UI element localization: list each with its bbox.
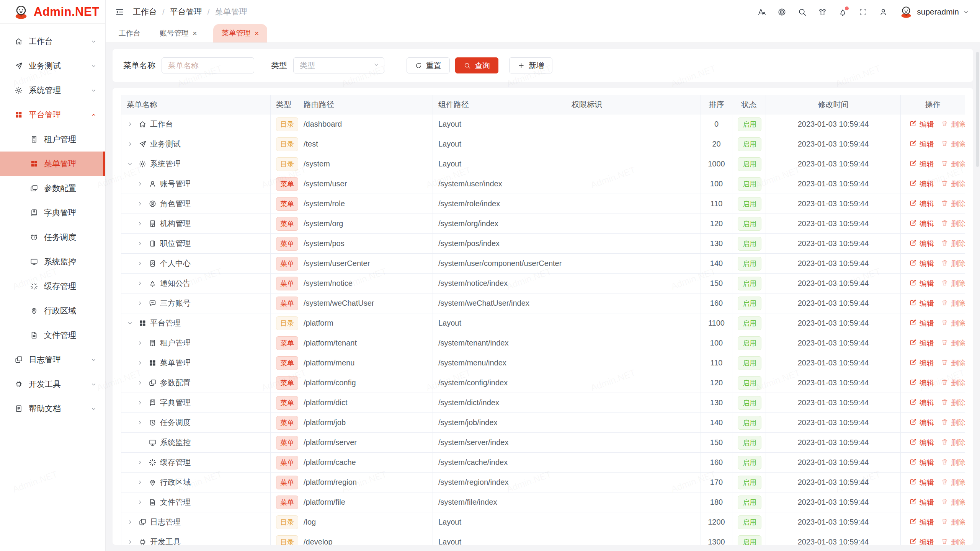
table-row[interactable]: 系统管理目录/systemLayout1000启用2023-01-03 10:5…: [121, 154, 965, 174]
edit-button[interactable]: 编辑: [910, 259, 934, 269]
delete-button[interactable]: 删除: [941, 438, 965, 448]
sidebar-item[interactable]: 系统管理: [0, 78, 105, 103]
sidebar-item[interactable]: 菜单管理: [0, 152, 105, 176]
table-row[interactable]: 系统监控菜单/platform/server/system/server/ind…: [121, 433, 965, 453]
table-row[interactable]: 通知公告菜单/system/notice/system/notice/index…: [121, 274, 965, 293]
language-icon[interactable]: [777, 8, 786, 16]
table-row[interactable]: 文件管理菜单/platform/file/system/file/index18…: [121, 492, 965, 512]
expand-icon[interactable]: [137, 479, 145, 486]
expand-icon[interactable]: [137, 360, 145, 366]
sidebar-item[interactable]: 平台管理: [0, 103, 105, 127]
table-row[interactable]: 字典管理菜单/platform/dict/system/dict/index13…: [121, 393, 965, 413]
sidebar-item[interactable]: 文件管理: [0, 323, 105, 347]
expand-icon[interactable]: [137, 340, 145, 346]
sidebar-item[interactable]: 工作台: [0, 29, 105, 54]
edit-button[interactable]: 编辑: [910, 478, 934, 487]
sidebar-item[interactable]: 字典管理: [0, 201, 105, 225]
table-row[interactable]: 平台管理目录/platformLayout1100启用2023-01-03 10…: [121, 313, 965, 333]
table-row[interactable]: 行政区域菜单/platform/region/system/region/ind…: [121, 473, 965, 492]
expand-icon[interactable]: [137, 399, 145, 406]
theme-icon[interactable]: [818, 8, 827, 16]
delete-button[interactable]: 删除: [941, 179, 965, 189]
delete-button[interactable]: 删除: [941, 398, 965, 408]
table-row[interactable]: 三方账号菜单/system/weChatUser/system/weChatUs…: [121, 293, 965, 313]
delete-button[interactable]: 删除: [941, 378, 965, 388]
delete-button[interactable]: 删除: [941, 119, 965, 129]
edit-button[interactable]: 编辑: [910, 139, 934, 149]
table-row[interactable]: 机构管理菜单/system/org/system/org/index120启用2…: [121, 214, 965, 234]
edit-button[interactable]: 编辑: [910, 358, 934, 368]
font-size-icon[interactable]: [757, 8, 766, 16]
edit-button[interactable]: 编辑: [910, 438, 934, 448]
edit-button[interactable]: 编辑: [910, 497, 934, 507]
edit-button[interactable]: 编辑: [910, 318, 934, 328]
edit-button[interactable]: 编辑: [910, 199, 934, 209]
edit-button[interactable]: 编辑: [910, 119, 934, 129]
delete-button[interactable]: 删除: [941, 358, 965, 368]
expand-icon[interactable]: [127, 141, 135, 147]
page-scrollbar[interactable]: [976, 25, 979, 551]
edit-button[interactable]: 编辑: [910, 418, 934, 428]
delete-button[interactable]: 删除: [941, 159, 965, 169]
close-icon[interactable]: ×: [193, 29, 197, 37]
expand-icon[interactable]: [137, 201, 145, 207]
delete-button[interactable]: 删除: [941, 338, 965, 348]
table-row[interactable]: 开发工具目录/developLayout1300启用2023-01-03 10:…: [121, 532, 965, 545]
delete-button[interactable]: 删除: [941, 418, 965, 428]
menu-name-input[interactable]: [162, 57, 254, 73]
expand-icon[interactable]: [137, 280, 145, 287]
delete-button[interactable]: 删除: [941, 497, 965, 507]
delete-button[interactable]: 删除: [941, 517, 965, 527]
expand-icon[interactable]: [127, 539, 135, 545]
edit-button[interactable]: 编辑: [910, 537, 934, 545]
expand-icon[interactable]: [137, 300, 145, 306]
sidebar-item[interactable]: 开发工具: [0, 372, 105, 396]
breadcrumb-item[interactable]: 菜单管理: [215, 7, 247, 17]
table-row[interactable]: 租户管理菜单/platform/tenant/system/tenant/ind…: [121, 333, 965, 353]
search-icon[interactable]: [798, 8, 807, 16]
close-icon[interactable]: ×: [255, 29, 259, 37]
sidebar-item[interactable]: 租户管理: [0, 127, 105, 152]
delete-button[interactable]: 删除: [941, 318, 965, 328]
edit-button[interactable]: 编辑: [910, 298, 934, 308]
expand-icon[interactable]: [137, 260, 145, 267]
breadcrumb-item[interactable]: 工作台: [133, 7, 157, 17]
breadcrumb-item[interactable]: 平台管理: [170, 7, 202, 17]
expand-icon[interactable]: [137, 419, 145, 426]
type-select-input[interactable]: [293, 57, 384, 73]
sidebar-collapse-icon[interactable]: [115, 7, 124, 17]
edit-button[interactable]: 编辑: [910, 279, 934, 289]
table-row[interactable]: 菜单管理菜单/platform/menu/system/menu/index11…: [121, 353, 965, 373]
delete-button[interactable]: 删除: [941, 219, 965, 229]
table-row[interactable]: 职位管理菜单/system/pos/system/pos/index130启用2…: [121, 234, 965, 254]
table-row[interactable]: 业务测试目录/testLayout20启用2023-01-03 10:59:44…: [121, 134, 965, 154]
delete-button[interactable]: 删除: [941, 537, 965, 545]
table-row[interactable]: 工作台目录/dashboardLayout0启用2023-01-03 10:59…: [121, 114, 965, 134]
edit-button[interactable]: 编辑: [910, 159, 934, 169]
table-row[interactable]: 任务调度菜单/platform/job/system/job/index140启…: [121, 413, 965, 433]
table-row[interactable]: 日志管理目录/logLayout1200启用2023-01-03 10:59:4…: [121, 512, 965, 532]
delete-button[interactable]: 删除: [941, 478, 965, 487]
delete-button[interactable]: 删除: [941, 199, 965, 209]
table-row[interactable]: 账号管理菜单/system/user/system/user/index100启…: [121, 174, 965, 194]
edit-button[interactable]: 编辑: [910, 219, 934, 229]
tab-item[interactable]: 账号管理×: [157, 24, 200, 42]
delete-button[interactable]: 删除: [941, 298, 965, 308]
collapse-row-icon[interactable]: [127, 320, 135, 326]
edit-button[interactable]: 编辑: [910, 517, 934, 527]
user-icon[interactable]: [879, 8, 888, 16]
table-row[interactable]: 缓存管理菜单/platform/cache/system/cache/index…: [121, 453, 965, 473]
sidebar-item[interactable]: 任务调度: [0, 225, 105, 249]
type-select[interactable]: [293, 57, 384, 73]
sidebar-item[interactable]: 业务测试: [0, 54, 105, 78]
expand-icon[interactable]: [127, 121, 135, 127]
edit-button[interactable]: 编辑: [910, 179, 934, 189]
edit-button[interactable]: 编辑: [910, 378, 934, 388]
search-button[interactable]: 查询: [455, 57, 498, 73]
sidebar-item[interactable]: 缓存管理: [0, 274, 105, 298]
expand-icon[interactable]: [137, 380, 145, 386]
tab-item[interactable]: 工作台: [116, 24, 144, 42]
user-menu[interactable]: superadmin: [899, 5, 969, 19]
sidebar-item[interactable]: 参数配置: [0, 176, 105, 201]
delete-button[interactable]: 删除: [941, 458, 965, 468]
